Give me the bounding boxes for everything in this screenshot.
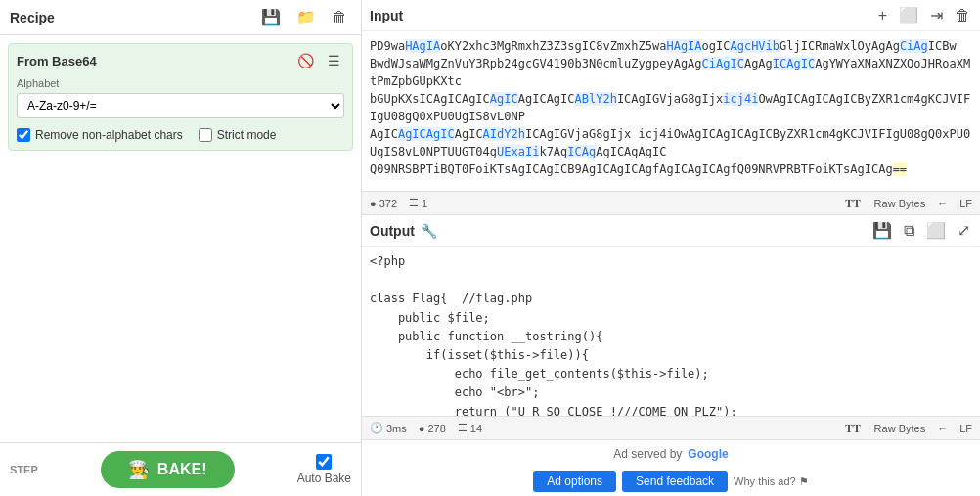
input-code-area[interactable]: PD9waHAgIAoKY2xhc3MgRmxhZ3Z3sgIC8vZmxhZ5… [362,31,980,191]
auto-bake-label: Auto Bake [297,472,351,485]
auto-bake-area: Auto Bake [297,454,351,485]
rec-value: 372 [379,198,397,209]
send-feedback-button[interactable]: Send feedback [622,471,728,492]
ingredient-header: From Base64 🚫 ☰ [17,52,344,69]
ad-served-by: Ad served by [613,447,682,461]
input-font-btn[interactable]: 𝐓𝐓 [843,195,863,212]
recipe-header: Recipe 💾 📁 🗑 [0,0,361,35]
output-rec-count: ● 278 [419,423,446,434]
output-code-area[interactable]: <?php class Flag{ //flag.php public $fil… [362,247,980,416]
spacer [0,158,361,442]
save-recipe-button[interactable]: 💾 [257,8,285,27]
why-this-ad: Why this ad? ⚑ [734,475,809,488]
bottom-bar: STEP 👨‍🍳 BAKE! Auto Bake [0,442,361,496]
remove-nonalpha-checkbox[interactable] [17,128,30,142]
input-title: Input [370,8,403,23]
bake-button[interactable]: 👨‍🍳 BAKE! [101,451,235,488]
ingredient-options-button[interactable]: ☰ [324,52,344,69]
output-icons: 💾 ⧉ ⬜ ⤢ [870,219,972,242]
flag-icon: ⚑ [799,475,809,488]
rec-icon: ● [370,198,377,209]
delete-recipe-button[interactable]: 🗑 [328,8,351,27]
output-title: Output [370,223,415,239]
why-this-ad-text: Why this ad? [734,475,796,487]
input-window-button[interactable]: ⬜ [897,4,920,26]
disable-ingredient-button[interactable]: 🚫 [293,52,318,69]
ad-buttons-bar: Ad options Send feedback Why this ad? ⚑ [362,467,980,496]
input-lf: LF [959,198,972,209]
output-lines-count: ☰ 14 [458,422,482,434]
output-clock: 🕐 3ms [370,422,407,434]
output-status-bar: 🕐 3ms ● 278 ☰ 14 𝐓𝐓 Raw Bytes ← LF [362,416,980,439]
step-label: STEP [10,464,38,475]
input-trash-button[interactable]: 🗑 [953,5,972,26]
output-lines-icon: ☰ [458,422,468,434]
output-copy-button[interactable]: ⧉ [902,220,916,242]
input-arrow: ← [937,198,948,209]
input-add-button[interactable]: + [876,5,889,26]
output-lf: LF [959,423,972,434]
ingredient-header-icons: 🚫 ☰ [293,52,344,69]
chef-icon: 👨‍🍳 [128,459,150,480]
google-text: Google [688,447,728,461]
output-rec-icon: ● [419,423,425,434]
output-expand-button[interactable]: ⤢ [956,219,972,242]
remove-nonalpha-label[interactable]: Remove non-alphabet chars [17,128,183,142]
lines-icon: ☰ [409,197,419,209]
alphabet-select[interactable]: A-Za-z0-9+/= [17,93,344,118]
output-raw-bytes: Raw Bytes [874,423,926,434]
remove-nonalpha-text: Remove non-alphabet chars [35,128,183,142]
input-raw-bytes: Raw Bytes [874,198,926,209]
alphabet-label: Alphabet [17,77,344,89]
checkbox-row: Remove non-alphabet chars Strict mode [17,128,344,142]
auto-bake-checkbox[interactable] [316,454,332,470]
output-save-button[interactable]: 💾 [870,219,894,242]
output-section: Output 🔧 💾 ⧉ ⬜ ⤢ <?php class Flag{ //fla… [362,215,980,439]
clock-icon: 🕐 [370,422,383,434]
folder-button[interactable]: 📁 [292,8,320,27]
strict-mode-text: Strict mode [217,128,277,142]
input-status-bar: ● 372 ☰ 1 𝐓𝐓 Raw Bytes ← LF [362,191,980,214]
input-icons: + ⬜ ⇥ 🗑 [876,4,972,26]
left-panel: Recipe 💾 📁 🗑 From Base64 🚫 ☰ Alphabet A-… [0,0,362,496]
output-title-area: Output 🔧 [370,223,437,239]
output-window-button[interactable]: ⬜ [924,219,948,242]
input-transfer-button[interactable]: ⇥ [928,4,945,26]
ingredient-title: From Base64 [17,54,97,68]
output-lines-value: 14 [470,423,482,434]
output-rec-value: 278 [427,423,445,434]
ad-options-button[interactable]: Ad options [533,471,616,492]
output-arrow: ← [937,423,948,434]
recipe-title: Recipe [10,10,55,25]
output-header: Output 🔧 💾 ⧉ ⬜ ⤢ [362,215,980,247]
recipe-header-icons: 💾 📁 🗑 [257,8,351,27]
input-header: Input + ⬜ ⇥ 🗑 [362,0,980,31]
bake-label: BAKE! [157,461,207,478]
input-section: Input + ⬜ ⇥ 🗑 PD9waHAgIAoKY2xhc3MgRmxhZ3… [362,0,980,215]
output-time: 3ms [386,423,407,434]
strict-mode-label[interactable]: Strict mode [199,128,277,142]
strict-mode-checkbox[interactable] [199,128,212,142]
input-rec-count: ● 372 [370,198,397,209]
input-lines-count: ☰ 1 [409,197,427,209]
ingredient-block: From Base64 🚫 ☰ Alphabet A-Za-z0-9+/= Re… [8,43,353,151]
output-font-btn[interactable]: 𝐓𝐓 [843,420,863,437]
right-panel: Input + ⬜ ⇥ 🗑 PD9waHAgIAoKY2xhc3MgRmxhZ3… [362,0,980,496]
lines-value: 1 [422,198,427,209]
ad-bar: Ad served by Google [362,439,980,467]
wrench-icon: 🔧 [421,223,437,239]
